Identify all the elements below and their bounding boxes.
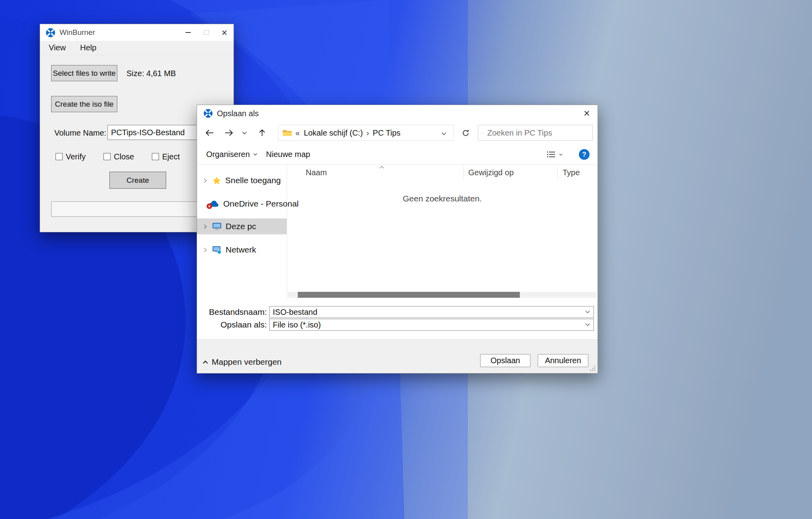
star-icon <box>212 176 221 185</box>
dialog-toolbar: Organiseren Nieuwe map ? <box>197 144 598 165</box>
new-folder-button[interactable]: Nieuwe map <box>266 144 310 165</box>
column-header-type[interactable]: Type <box>557 165 598 180</box>
minimize-button[interactable] <box>179 24 197 41</box>
chevron-right-icon <box>203 224 207 229</box>
column-header-name[interactable]: Naam <box>287 165 463 180</box>
verify-label: Verify <box>66 152 86 161</box>
list-view-icon <box>547 151 555 158</box>
minimize-icon <box>186 32 191 33</box>
maximize-button[interactable] <box>197 24 215 41</box>
select-files-button[interactable]: Select files to write <box>51 65 117 81</box>
dialog-title: Opslaan als <box>217 109 259 118</box>
file-list-pane: Naam Gewijzigd op Type Geen zoekresultat… <box>287 165 598 299</box>
search-input[interactable] <box>487 128 592 138</box>
horizontal-scrollbar[interactable] <box>288 292 597 298</box>
organize-label: Organiseren <box>206 150 250 159</box>
save-button[interactable]: Opslaan <box>480 354 530 367</box>
chevron-down-icon <box>585 310 590 314</box>
sidebar-item-this-pc[interactable]: Deze pc <box>197 218 287 234</box>
chevron-down-icon <box>441 132 446 136</box>
help-button[interactable]: ? <box>579 144 590 165</box>
chevron-down-icon <box>253 153 257 156</box>
chevron-right-icon <box>203 178 207 183</box>
search-box <box>478 125 593 141</box>
save-as-dialog: Opslaan als × <box>197 105 598 373</box>
forward-button[interactable] <box>221 125 237 141</box>
search-icon <box>482 129 483 136</box>
refresh-button[interactable] <box>458 125 473 141</box>
onedrive-cloud-icon: × <box>209 200 219 207</box>
chevron-down-icon <box>242 131 247 135</box>
close-button[interactable]: × <box>215 24 234 41</box>
back-button[interactable] <box>202 125 218 141</box>
onedrive-error-badge: × <box>207 203 212 209</box>
folder-sidebar: Snelle toegang × OneDrive - Personal <box>197 165 287 299</box>
winburner-app-icon <box>46 28 56 38</box>
sidebar-item-onedrive[interactable]: × OneDrive - Personal <box>197 196 287 212</box>
breadcrumb-collapsed[interactable]: « <box>295 128 300 138</box>
savetype-value: File iso (*.iso) <box>273 320 321 329</box>
cancel-button[interactable]: Annuleren <box>538 354 588 367</box>
create-iso-button[interactable]: Create the iso file <box>51 96 117 112</box>
close-label: Close <box>114 152 134 161</box>
help-icon: ? <box>579 149 590 160</box>
close-checkbox[interactable] <box>103 153 111 160</box>
chevron-up-icon <box>203 360 208 364</box>
dialog-main: Snelle toegang × OneDrive - Personal <box>197 165 598 299</box>
maximize-icon <box>204 30 209 35</box>
column-headers: Naam Gewijzigd op Type <box>287 165 598 180</box>
savetype-label: Opslaan als: <box>197 320 267 329</box>
breadcrumb-drive[interactable]: Lokale schijf (C:) <box>304 128 363 138</box>
sidebar-item-quick-access[interactable]: Snelle toegang <box>197 172 287 188</box>
sidebar-item-label: Netwerk <box>226 245 256 255</box>
verify-checkbox[interactable] <box>56 153 63 160</box>
new-folder-label: Nieuwe map <box>266 150 310 159</box>
eject-label: Eject <box>162 152 180 161</box>
arrow-up-icon <box>259 129 266 137</box>
dialog-footer: Mappen verbergen Opslaan Annuleren <box>197 339 598 373</box>
empty-results-message: Geen zoekresultaten. <box>287 194 598 203</box>
filename-combobox[interactable]: ISO-bestand <box>269 306 594 318</box>
size-label: Size: 4,61 MB <box>126 69 176 78</box>
column-header-modified[interactable]: Gewijzigd op <box>463 165 557 180</box>
sidebar-item-network[interactable]: Netwerk <box>197 242 287 258</box>
up-button[interactable] <box>254 125 270 141</box>
network-icon <box>212 245 222 254</box>
create-button[interactable]: Create <box>109 172 166 189</box>
address-bar[interactable]: « Lokale schijf (C:) › PC Tips <box>278 125 454 141</box>
winburner-titlebar: WinBurner × <box>40 24 234 41</box>
winburner-menubar: View Help <box>40 41 234 55</box>
resize-grip[interactable] <box>590 365 596 372</box>
chevron-down-icon <box>585 323 590 326</box>
menu-view[interactable]: View <box>49 43 66 52</box>
breadcrumb-folder[interactable]: PC Tips <box>373 128 400 138</box>
hide-folders-button[interactable]: Mappen verbergen <box>203 357 282 367</box>
sidebar-item-label: Snelle toegang <box>225 176 281 185</box>
savetype-combobox[interactable]: File iso (*.iso) <box>269 319 594 331</box>
recent-locations-button[interactable] <box>238 125 250 141</box>
arrow-left-icon <box>205 129 214 136</box>
folder-icon <box>282 129 292 137</box>
dialog-navbar: « Lokale schijf (C:) › PC Tips <box>197 122 598 144</box>
organize-menu-button[interactable]: Organiseren <box>206 144 257 165</box>
close-icon: × <box>222 28 228 38</box>
eject-checkbox[interactable] <box>152 153 159 160</box>
volume-name-label: Volume Name: <box>54 128 106 138</box>
filename-label: Bestandsnaam: <box>197 307 267 317</box>
close-icon: × <box>584 107 590 120</box>
winburner-title: WinBurner <box>59 28 179 37</box>
chevron-right-icon <box>203 247 207 253</box>
dialog-app-icon <box>203 109 213 118</box>
chevron-down-icon <box>559 153 563 156</box>
dialog-close-button[interactable]: × <box>576 105 598 122</box>
view-mode-button[interactable] <box>547 144 563 165</box>
computer-icon <box>212 222 222 231</box>
breadcrumb-separator-icon: › <box>366 128 369 138</box>
address-dropdown-button[interactable] <box>438 128 450 138</box>
desktop: WinBurner × View Help Select files to wr… <box>0 0 812 519</box>
scrollbar-thumb[interactable] <box>298 292 520 298</box>
filename-value: ISO-bestand <box>273 308 317 317</box>
menu-help[interactable]: Help <box>80 43 96 52</box>
arrow-right-icon <box>224 129 234 136</box>
refresh-icon <box>462 129 469 137</box>
